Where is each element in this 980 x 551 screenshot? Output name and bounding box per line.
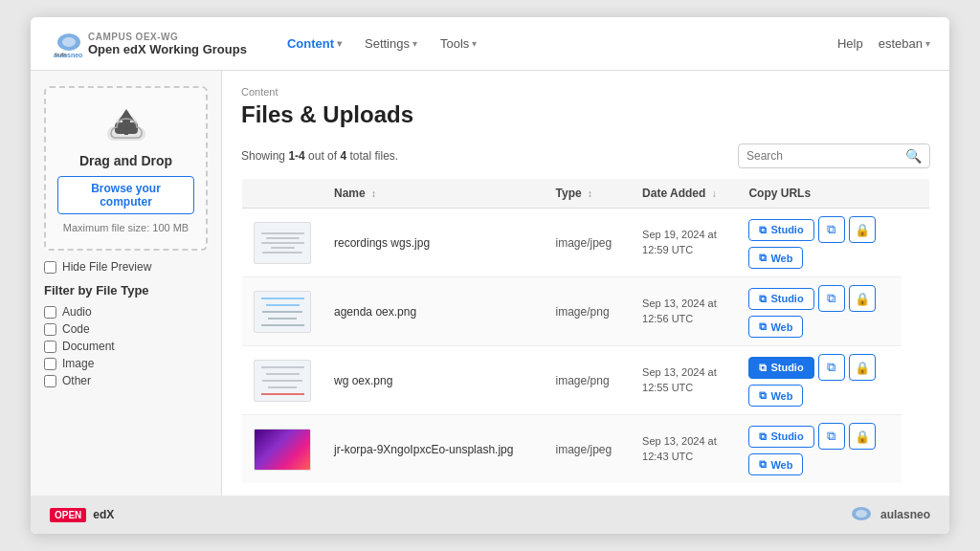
file-thumbnail xyxy=(254,360,311,402)
filter-other-checkbox[interactable] xyxy=(44,375,56,387)
copy-button[interactable]: ⧉ xyxy=(818,354,845,381)
lock-button[interactable]: 🔒 xyxy=(849,285,876,312)
hide-preview-toggle: Hide File Preview xyxy=(44,260,208,274)
web-url-button[interactable]: ⧉Web xyxy=(748,316,803,338)
copy-urls-cell: ⧉Studio ⧉ 🔒 ⧉Web xyxy=(737,277,901,346)
web-url-button[interactable]: ⧉Web xyxy=(748,247,803,269)
thumb-cell xyxy=(242,209,323,277)
upload-cloud-icon xyxy=(105,111,147,145)
table-row: jr-korpa-9XngoIpxcEo-unsplash.jpg image/… xyxy=(242,415,930,484)
filter-other: Other xyxy=(44,374,208,387)
table-row: wg oex.png image/png Sep 13, 2024 at12:5… xyxy=(242,346,930,415)
sort-name-icon[interactable]: ↕ xyxy=(371,188,376,199)
thumb-cell xyxy=(242,346,323,415)
lock-button[interactable]: 🔒 xyxy=(849,216,876,243)
web-url-button[interactable]: ⧉Web xyxy=(748,385,803,407)
open-label: OPEN xyxy=(50,508,86,522)
header-right: Help esteban ▾ xyxy=(837,36,930,51)
filter-code: Code xyxy=(44,322,208,336)
thumb-cell xyxy=(242,277,323,346)
copy-urls-cell: ⧉Studio ⧉ 🔒 ⧉Web xyxy=(737,209,901,277)
max-size-label: Maximum file size: 100 MB xyxy=(63,222,189,233)
studio-url-button[interactable]: ⧉Studio xyxy=(748,426,813,448)
filter-code-checkbox[interactable] xyxy=(44,323,56,336)
files-table: Name ↕ Type ↕ Date Added ↓ xyxy=(241,178,930,484)
filter-audio-checkbox[interactable] xyxy=(44,306,56,319)
openedx-logo: OPEN edX xyxy=(50,508,114,522)
copy-urls-cell: ⧉Studio ⧉ 🔒 ⧉Web xyxy=(737,346,901,415)
page-title: Files & Uploads xyxy=(241,101,930,128)
search-input[interactable] xyxy=(746,149,900,163)
svg-point-9 xyxy=(856,510,867,518)
copy-urls-cell: ⧉Studio ⧉ 🔒 ⧉Web xyxy=(737,415,901,484)
lock-button[interactable]: 🔒 xyxy=(849,354,876,381)
chevron-down-icon: ▾ xyxy=(412,38,417,49)
chevron-down-icon: ▾ xyxy=(925,38,930,49)
file-type: image/jpeg xyxy=(545,209,632,277)
copy-button[interactable]: ⧉ xyxy=(818,216,845,243)
campus-info: CAMPUS OEX-WG Open edX Working Groups xyxy=(88,32,247,56)
file-date: Sep 13, 2024 at12:55 UTC xyxy=(631,346,737,415)
aulasneo-footer-logo: aulasneo xyxy=(848,504,930,525)
th-type: Type ↕ xyxy=(545,179,632,209)
lock-button[interactable]: 🔒 xyxy=(849,423,876,450)
file-name: agenda oex.png xyxy=(323,277,545,346)
copy-button[interactable]: ⧉ xyxy=(818,285,845,312)
nav-content[interactable]: Content ▾ xyxy=(278,31,351,56)
file-name: wg oex.png xyxy=(323,346,545,415)
th-actions xyxy=(902,179,930,209)
file-type: image/png xyxy=(545,277,632,346)
main-nav: Content ▾ Settings ▾ Tools ▾ xyxy=(278,31,837,56)
studio-url-button[interactable]: ⧉Studio xyxy=(748,288,813,310)
drag-drop-label: Drag and Drop xyxy=(79,153,172,168)
browse-button[interactable]: Browse your computer xyxy=(57,176,194,214)
file-name: recordings wgs.jpg xyxy=(323,209,545,277)
main-content: Content Files & Uploads Showing 1-4 out … xyxy=(222,71,949,496)
file-name: jr-korpa-9XngoIpxcEo-unsplash.jpg xyxy=(323,415,545,484)
search-box: 🔍 xyxy=(738,143,930,168)
breadcrumb: Content xyxy=(241,86,930,98)
studio-url-button[interactable]: ⧉Studio xyxy=(748,219,813,241)
showing-text: Showing 1-4 out of 4 total files. xyxy=(241,149,398,163)
filter-document-checkbox[interactable] xyxy=(44,341,56,353)
filter-image-checkbox[interactable] xyxy=(44,358,56,370)
file-date: Sep 13, 2024 at12:56 UTC xyxy=(631,277,737,346)
file-thumbnail xyxy=(254,222,311,264)
thumb-cell xyxy=(242,415,323,484)
nav-tools[interactable]: Tools ▾ xyxy=(431,31,486,56)
aulasneo-footer-icon xyxy=(848,504,875,525)
th-date: Date Added ↓ xyxy=(631,179,737,209)
logo-area: aulasneo Studio CAMPUS OEX-WG Open edX W… xyxy=(50,29,247,59)
th-copy-urls: Copy URLs xyxy=(737,179,901,209)
table-row: recordings wgs.jpg image/jpeg Sep 19, 20… xyxy=(242,209,930,277)
aulasneo-logo-icon: aulasneo Studio xyxy=(50,29,88,59)
th-thumb xyxy=(242,179,323,209)
studio-url-button-active[interactable]: ⧉Studio xyxy=(748,357,813,379)
svg-rect-6 xyxy=(121,103,132,105)
file-type: image/png xyxy=(545,346,632,415)
top-bar: Showing 1-4 out of 4 total files. 🔍 xyxy=(241,143,930,168)
filter-document: Document xyxy=(44,340,208,353)
web-url-button[interactable]: ⧉Web xyxy=(748,453,803,475)
user-menu[interactable]: esteban ▾ xyxy=(879,36,930,51)
th-name: Name ↕ xyxy=(323,179,545,209)
bottom-bar: OPEN edX aulasneo xyxy=(31,496,949,534)
chevron-down-icon: ▾ xyxy=(337,38,342,49)
filter-image: Image xyxy=(44,357,208,370)
filter-title: Filter by File Type xyxy=(44,283,208,298)
help-button[interactable]: Help xyxy=(837,36,863,51)
header: aulasneo Studio CAMPUS OEX-WG Open edX W… xyxy=(31,17,949,71)
file-date: Sep 13, 2024 at12:43 UTC xyxy=(631,415,737,484)
filter-audio: Audio xyxy=(44,305,208,319)
svg-point-1 xyxy=(62,37,76,47)
svg-text:Studio: Studio xyxy=(55,53,67,57)
sort-date-icon[interactable]: ↓ xyxy=(712,188,717,199)
file-thumbnail xyxy=(254,429,311,471)
sort-type-icon[interactable]: ↕ xyxy=(588,188,592,199)
hide-preview-checkbox[interactable] xyxy=(44,261,56,274)
nav-settings[interactable]: Settings ▾ xyxy=(355,31,427,56)
campus-label: CAMPUS OEX-WG xyxy=(88,32,247,42)
copy-button[interactable]: ⧉ xyxy=(818,423,845,450)
upload-area: Drag and Drop Browse your computer Maxim… xyxy=(44,86,208,251)
file-date: Sep 19, 2024 at12:59 UTC xyxy=(631,209,737,277)
